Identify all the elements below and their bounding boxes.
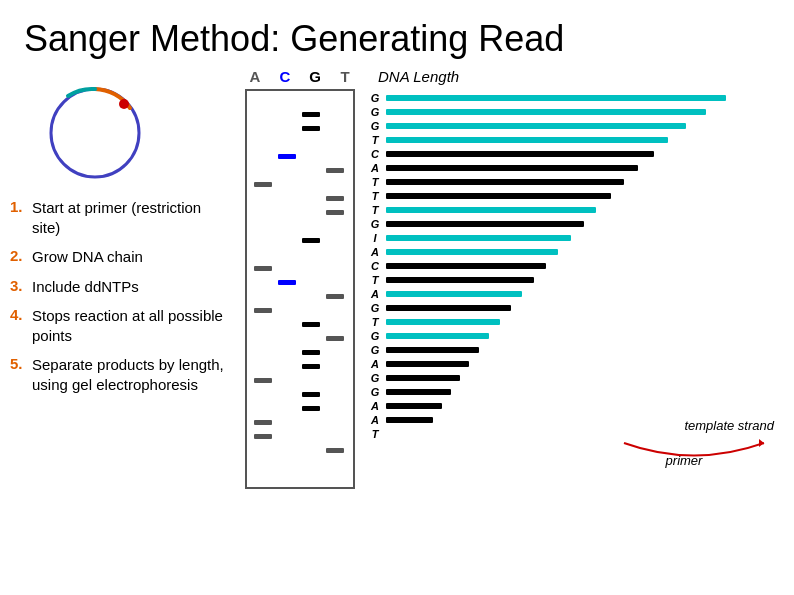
gel-slot [325, 223, 345, 230]
dna-bar-row [386, 175, 726, 188]
svg-text:primer: primer [665, 453, 704, 468]
seq-letter: T [368, 175, 382, 189]
sequence-letters: GGGTCATTTGIACTAGTGGAGGAAT [368, 91, 382, 441]
dna-bar-row [386, 385, 726, 398]
dna-bar-row [386, 189, 726, 202]
gel-slot [325, 265, 345, 272]
gel-slot [325, 237, 345, 244]
seq-letter: G [368, 343, 382, 357]
gel-slot [253, 433, 273, 440]
gel-header-letter: A [244, 68, 266, 85]
gel-header-letter: T [334, 68, 356, 85]
gel-slot [301, 167, 321, 174]
gel-band [302, 112, 320, 117]
gel-slot [277, 237, 297, 244]
dna-bar-row [386, 301, 726, 314]
gel-slot [325, 419, 345, 426]
gel-slot [277, 321, 297, 328]
dna-bar-row [386, 287, 726, 300]
dna-bar [386, 403, 442, 409]
circle-svg [40, 78, 150, 188]
gel-slot [301, 251, 321, 258]
gel-row [253, 417, 347, 428]
gel-row [253, 235, 347, 246]
gel-slot [277, 167, 297, 174]
dna-bar [386, 193, 611, 199]
dna-bar-row [386, 315, 726, 328]
seq-letter: G [368, 371, 382, 385]
seq-letter: T [368, 427, 382, 441]
gel-slot [253, 335, 273, 342]
list-num: 3. [10, 277, 32, 294]
gel-slot [325, 181, 345, 188]
gel-band [302, 350, 320, 355]
gel-slot [253, 167, 273, 174]
gel-row [253, 263, 347, 274]
gel-slot [253, 251, 273, 258]
gel-row [253, 109, 347, 120]
gel-slot [325, 125, 345, 132]
dna-bar-row [386, 245, 726, 258]
gel-row [253, 137, 347, 148]
gel-slot [301, 391, 321, 398]
dna-bar [386, 109, 706, 115]
dna-bar [386, 277, 534, 283]
gel-band [326, 448, 344, 453]
gel-header-letter: G [304, 68, 326, 85]
gel-slot [253, 139, 273, 146]
gel-slot [301, 433, 321, 440]
gel-slot [325, 447, 345, 454]
list-text: Separate products by length, using gel e… [32, 355, 230, 394]
gel-slot [253, 321, 273, 328]
gel-box [245, 89, 355, 489]
list-text: Stops reaction at all possible points [32, 306, 230, 345]
gel-row [253, 445, 347, 456]
gel-slot [253, 405, 273, 412]
gel-slot [301, 139, 321, 146]
dna-bar [386, 305, 511, 311]
gel-slot [253, 181, 273, 188]
gel-slot [325, 321, 345, 328]
gel-slot [277, 335, 297, 342]
dna-bar-row [386, 161, 726, 174]
numbered-list: 1.Start at primer (restriction site)2.Gr… [10, 198, 230, 404]
dna-bar [386, 347, 479, 353]
gel-slot [277, 293, 297, 300]
gel-band [302, 406, 320, 411]
list-text: Grow DNA chain [32, 247, 143, 267]
gel-slot [325, 377, 345, 384]
seq-letter: A [368, 399, 382, 413]
dna-bar [386, 361, 469, 367]
seq-letter: T [368, 273, 382, 287]
dna-bar-row [386, 133, 726, 146]
dna-bars-area: GGGTCATTTGIACTAGTGGAGGAAT [368, 89, 784, 441]
list-item: 5.Separate products by length, using gel… [10, 355, 230, 394]
dna-bar-row [386, 217, 726, 230]
seq-letter: A [368, 161, 382, 175]
gel-slot [253, 97, 273, 104]
dna-bar [386, 123, 686, 129]
gel-row [253, 361, 347, 372]
seq-letter: A [368, 245, 382, 259]
gel-slot [301, 279, 321, 286]
dna-bar-row [386, 105, 726, 118]
dna-bar [386, 151, 654, 157]
dna-bar-row [386, 231, 726, 244]
gel-row [253, 389, 347, 400]
template-strand-label: template strand [684, 418, 774, 433]
seq-letter: A [368, 287, 382, 301]
gel-slot [253, 265, 273, 272]
gel-slot [277, 139, 297, 146]
dna-bar-row [386, 203, 726, 216]
seq-letter: G [368, 91, 382, 105]
seq-letter: G [368, 217, 382, 231]
gel-slot [325, 405, 345, 412]
gel-row [253, 151, 347, 162]
dna-bar [386, 263, 546, 269]
gel-row [253, 165, 347, 176]
gel-slot [301, 265, 321, 272]
gel-slot [301, 125, 321, 132]
gel-slot [325, 433, 345, 440]
list-text: Start at primer (restriction site) [32, 198, 230, 237]
dna-bar [386, 333, 489, 339]
